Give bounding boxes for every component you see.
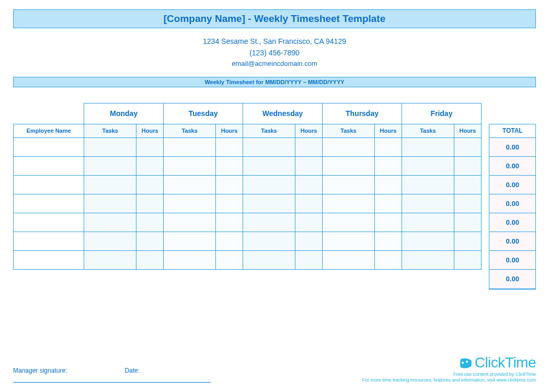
- cell-hours[interactable]: [454, 194, 481, 213]
- cell-tasks[interactable]: [164, 194, 216, 213]
- cell-hours[interactable]: [136, 156, 164, 175]
- cell-hours[interactable]: [216, 250, 243, 269]
- cell-hours[interactable]: [216, 232, 243, 250]
- cell-hours[interactable]: [454, 232, 481, 250]
- cell-hours[interactable]: [454, 137, 481, 156]
- column-tasks: Tasks: [243, 124, 295, 137]
- cell-employee[interactable]: [14, 232, 84, 250]
- cell-hours[interactable]: [374, 213, 402, 232]
- cell-tasks[interactable]: [84, 213, 136, 232]
- phone-text: (123) 456-7890: [13, 48, 536, 59]
- cell-hours[interactable]: [374, 137, 402, 156]
- cell-hours[interactable]: [136, 213, 164, 232]
- header-spacer: [481, 103, 489, 124]
- cell-tasks[interactable]: [84, 232, 136, 250]
- day-header-tuesday: Tuesday: [164, 103, 243, 124]
- cell-employee[interactable]: [14, 194, 84, 213]
- cell-tasks[interactable]: [164, 232, 216, 250]
- cell-tasks[interactable]: [243, 194, 295, 213]
- cell-tasks[interactable]: [402, 213, 454, 232]
- cell-hours[interactable]: [295, 213, 323, 232]
- signature-block: Manager signature: Date:: [13, 367, 211, 383]
- cell-hours[interactable]: [136, 137, 164, 156]
- cell-tasks[interactable]: [402, 194, 454, 213]
- cell-hours[interactable]: [216, 156, 243, 175]
- table-row: 0.00: [14, 213, 536, 232]
- cell-hours[interactable]: [374, 156, 402, 175]
- cell-employee[interactable]: [14, 250, 84, 269]
- cell-tasks[interactable]: [323, 250, 375, 269]
- cell-employee[interactable]: [14, 137, 84, 156]
- cell-hours[interactable]: [454, 213, 481, 232]
- cell-tasks[interactable]: [402, 137, 454, 156]
- cell-tasks[interactable]: [164, 137, 216, 156]
- cell-tasks[interactable]: [323, 232, 375, 250]
- cell-tasks[interactable]: [164, 156, 216, 175]
- cell-employee[interactable]: [14, 156, 84, 175]
- gap: [481, 137, 489, 156]
- cell-tasks[interactable]: [243, 175, 295, 194]
- cell-hours[interactable]: [295, 232, 323, 250]
- cell-hours[interactable]: [454, 156, 481, 175]
- svg-point-1: [466, 361, 468, 363]
- column-employee: Employee Name: [14, 124, 84, 137]
- cell-tasks[interactable]: [323, 175, 375, 194]
- gap: [481, 232, 489, 250]
- spacer: [14, 269, 489, 289]
- cell-employee[interactable]: [14, 213, 84, 232]
- cell-tasks[interactable]: [243, 232, 295, 250]
- cell-hours[interactable]: [136, 175, 164, 194]
- cell-tasks[interactable]: [164, 213, 216, 232]
- column-hours: Hours: [295, 124, 323, 137]
- cell-hours[interactable]: [374, 175, 402, 194]
- brand-name: ClickTime: [475, 354, 536, 371]
- cell-hours[interactable]: [216, 137, 243, 156]
- cell-tasks[interactable]: [323, 137, 375, 156]
- cell-hours[interactable]: [374, 232, 402, 250]
- cell-hours[interactable]: [295, 137, 323, 156]
- cell-tasks[interactable]: [243, 137, 295, 156]
- cell-hours[interactable]: [295, 194, 323, 213]
- day-header-wednesday: Wednesday: [243, 103, 323, 124]
- cell-tasks[interactable]: [243, 156, 295, 175]
- cell-tasks[interactable]: [84, 156, 136, 175]
- header-spacer: [14, 103, 84, 124]
- cell-hours[interactable]: [136, 250, 164, 269]
- signature-label: Manager signature:: [13, 367, 67, 374]
- cell-hours[interactable]: [454, 175, 481, 194]
- cell-tasks[interactable]: [402, 175, 454, 194]
- cell-tasks[interactable]: [243, 250, 295, 269]
- cell-hours[interactable]: [136, 194, 164, 213]
- grand-total-cell: 0.00: [489, 269, 536, 289]
- cell-hours[interactable]: [295, 175, 323, 194]
- cell-tasks[interactable]: [402, 156, 454, 175]
- cell-hours[interactable]: [136, 232, 164, 250]
- cell-tasks[interactable]: [164, 175, 216, 194]
- header-spacer: [489, 103, 536, 124]
- gap: [481, 175, 489, 194]
- cell-hours[interactable]: [454, 250, 481, 269]
- cell-hours[interactable]: [216, 213, 243, 232]
- cell-tasks[interactable]: [84, 137, 136, 156]
- cell-tasks[interactable]: [164, 250, 216, 269]
- cell-hours[interactable]: [374, 250, 402, 269]
- cell-hours[interactable]: [374, 194, 402, 213]
- cell-tasks[interactable]: [243, 213, 295, 232]
- cell-tasks[interactable]: [84, 250, 136, 269]
- contact-block: 1234 Sesame St., San Francisco, CA 94129…: [13, 36, 536, 70]
- cell-hours[interactable]: [295, 250, 323, 269]
- column-tasks: Tasks: [164, 124, 216, 137]
- page-title: [Company Name] - Weekly Timesheet Templa…: [13, 9, 536, 28]
- cell-tasks[interactable]: [402, 250, 454, 269]
- cell-tasks[interactable]: [323, 194, 375, 213]
- brand-logo: ClickTime: [362, 354, 536, 371]
- cell-tasks[interactable]: [323, 156, 375, 175]
- cell-hours[interactable]: [216, 194, 243, 213]
- cell-hours[interactable]: [216, 175, 243, 194]
- cell-hours[interactable]: [295, 156, 323, 175]
- cell-tasks[interactable]: [84, 175, 136, 194]
- cell-tasks[interactable]: [84, 194, 136, 213]
- cell-employee[interactable]: [14, 175, 84, 194]
- cell-tasks[interactable]: [323, 213, 375, 232]
- cell-tasks[interactable]: [402, 232, 454, 250]
